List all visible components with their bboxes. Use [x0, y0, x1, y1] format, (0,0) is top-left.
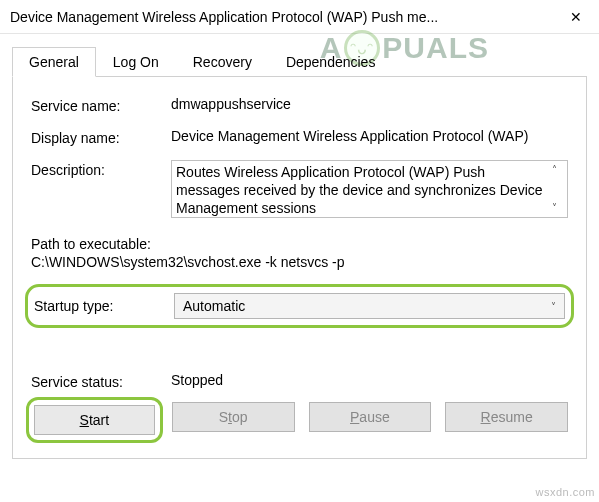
- scroll-up-icon: ˄: [552, 165, 557, 175]
- chevron-down-icon: ˅: [551, 301, 556, 312]
- general-panel: Service name: dmwappushservice Display n…: [12, 76, 587, 459]
- display-name-value: Device Management Wireless Application P…: [171, 128, 568, 144]
- display-name-label: Display name:: [31, 128, 171, 146]
- description-scrollbar[interactable]: ˄ ˅: [545, 163, 563, 215]
- service-status-label: Service status:: [31, 372, 171, 390]
- start-button-rest: tart: [89, 412, 109, 428]
- tab-general[interactable]: General: [12, 47, 96, 77]
- startup-type-label: Startup type:: [34, 298, 174, 314]
- start-button-highlight: Start: [26, 397, 163, 443]
- tab-dependencies[interactable]: Dependencies: [269, 47, 393, 76]
- service-status-value: Stopped: [171, 372, 223, 390]
- description-label: Description:: [31, 160, 171, 178]
- description-box: Routes Wireless Application Protocol (WA…: [171, 160, 568, 218]
- watermark-text: wsxdn.com: [535, 486, 595, 498]
- close-button[interactable]: ✕: [553, 0, 599, 34]
- service-control-buttons: Start Stop Pause Resume: [31, 402, 568, 438]
- path-label: Path to executable:: [31, 236, 568, 252]
- description-text: Routes Wireless Application Protocol (WA…: [176, 163, 545, 215]
- titlebar: Device Management Wireless Application P…: [0, 0, 599, 34]
- scroll-down-icon: ˅: [552, 203, 557, 213]
- stop-button: Stop: [172, 402, 295, 432]
- pause-button: Pause: [309, 402, 432, 432]
- close-icon: ✕: [570, 9, 582, 25]
- startup-type-select[interactable]: Automatic ˅: [174, 293, 565, 319]
- resume-button: Resume: [445, 402, 568, 432]
- startup-type-highlight: Startup type: Automatic ˅: [25, 284, 574, 328]
- tab-recovery[interactable]: Recovery: [176, 47, 269, 76]
- startup-type-value: Automatic: [183, 298, 245, 314]
- path-value: C:\WINDOWS\system32\svchost.exe -k netsv…: [31, 254, 568, 270]
- tab-log-on[interactable]: Log On: [96, 47, 176, 76]
- start-button[interactable]: Start: [34, 405, 155, 435]
- window-title: Device Management Wireless Application P…: [10, 9, 553, 25]
- service-name-label: Service name:: [31, 96, 171, 114]
- service-name-value: dmwappushservice: [171, 96, 568, 112]
- tab-strip: General Log On Recovery Dependencies: [12, 47, 587, 77]
- dialog-content: General Log On Recovery Dependencies Ser…: [0, 34, 599, 459]
